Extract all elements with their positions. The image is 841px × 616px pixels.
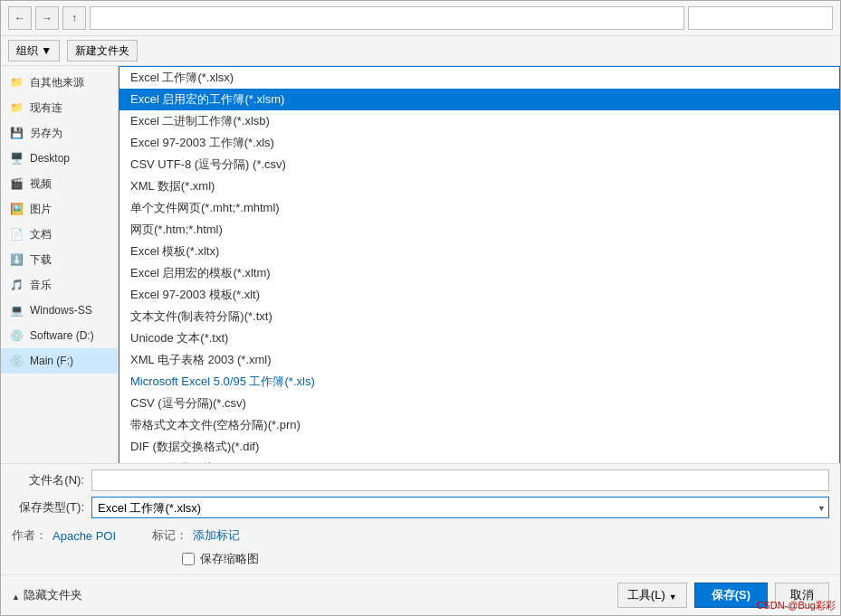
dropdown-item-html[interactable]: 网页(*.htm;*.html) [119, 219, 839, 241]
up-icon [72, 12, 77, 24]
sidebar-item-document[interactable]: 📄 文档 [1, 222, 118, 247]
forward-icon [42, 12, 53, 24]
picture-icon: 🖼️ [8, 201, 24, 217]
current-connection-icon: 📁 [8, 100, 24, 116]
filetype-row: 保存类型(T): Excel 工作簿(*.xlsx) [1, 494, 840, 524]
thumbnail-checkbox[interactable] [182, 553, 195, 565]
desktop-icon: 🖥️ [8, 150, 24, 166]
sidebar-item-save-as[interactable]: 💾 另存为 [1, 120, 118, 146]
file-list-area: Excel 工作簿(*.xlsx)Excel 启用宏的工作簿(*.xlsm)Ex… [119, 66, 840, 463]
dropdown-item-mht[interactable]: 单个文件网页(*.mht;*.mhtml) [119, 197, 839, 219]
path-bar[interactable] [90, 6, 684, 30]
filetype-dropdown[interactable]: Excel 工作簿(*.xlsx)Excel 启用宏的工作簿(*.xlsm)Ex… [119, 66, 840, 463]
author-section: 作者： Apache POI [12, 527, 116, 544]
sidebar-item-picture[interactable]: 🖼️ 图片 [1, 196, 118, 222]
sidebar-video-label: 视频 [30, 176, 52, 192]
sidebar-item-download[interactable]: ⬇️ 下载 [1, 247, 118, 272]
sidebar-music-label: 音乐 [30, 278, 52, 293]
computer-icon: 💻 [8, 302, 24, 318]
tools-button[interactable]: 工具(L) [617, 583, 687, 608]
filename-row: 文件名(N): [1, 464, 840, 494]
tag-section: 标记： 添加标记 [152, 527, 240, 544]
sidebar-main-label: Main (F:) [30, 355, 73, 367]
sidebar-save-as-label: 另存为 [30, 126, 62, 141]
save-as-icon: 💾 [8, 125, 24, 141]
tools-chevron-icon [669, 589, 677, 602]
author-row: 作者： Apache POI 标记： 添加标记 [1, 524, 840, 547]
action-bar: 隐藏文件夹 工具(L) 保存(S) 取消 [1, 574, 840, 615]
dropdown-item-dif[interactable]: DIF (数据交换格式)(*.dif) [119, 436, 839, 458]
dropdown-item-csv[interactable]: CSV (逗号分隔)(*.csv) [119, 393, 839, 414]
tag-value[interactable]: 添加标记 [193, 527, 240, 544]
video-icon: 🎬 [8, 175, 24, 192]
filetype-label: 保存类型(T): [12, 499, 84, 516]
thumbnail-label: 保存缩略图 [200, 551, 259, 567]
sidebar-download-label: 下载 [30, 252, 52, 268]
tag-label: 标记： [152, 527, 187, 544]
back-button[interactable] [8, 6, 32, 30]
back-icon [14, 12, 25, 24]
new-folder-label: 新建文件夹 [75, 43, 129, 59]
sidebar-item-windows-ss[interactable]: 💻 Windows-SS [1, 298, 118, 323]
software-disk-icon: 💿 [8, 327, 24, 344]
sidebar-windows-ss-label: Windows-SS [30, 304, 92, 317]
sidebar-software-label: Software (D:) [30, 329, 94, 342]
dropdown-item-xls97[interactable]: Excel 97-2003 工作簿(*.xls) [119, 132, 839, 154]
main-disk-icon: 💿 [8, 353, 24, 369]
dropdown-item-txt[interactable]: 文本文件(制表符分隔)(*.txt) [119, 306, 839, 327]
dropdown-item-xlsm[interactable]: Excel 启用宏的工作簿(*.xlsm) [119, 89, 839, 110]
music-icon: 🎵 [8, 277, 24, 293]
dropdown-item-csvutf8[interactable]: CSV UTF-8 (逗号分隔) (*.csv) [119, 154, 839, 175]
organize-label: 组织 ▼ [16, 43, 52, 59]
sidebar: 📁 自其他来源 📁 现有连 💾 另存为 🖥️ Desktop 🎬 视频 🖼️ [1, 66, 119, 463]
new-folder-button[interactable]: 新建文件夹 [67, 40, 138, 62]
dropdown-item-xltm[interactable]: Excel 启用宏的模板(*.xltm) [119, 262, 839, 284]
sidebar-item-desktop[interactable]: 🖥️ Desktop [1, 146, 118, 171]
sidebar-item-software[interactable]: 💿 Software (D:) [1, 323, 118, 348]
sidebar-desktop-label: Desktop [30, 152, 70, 165]
sidebar-document-label: 文档 [30, 227, 52, 242]
hide-folders-label: 隐藏文件夹 [24, 587, 82, 603]
filetype-select-wrapper: Excel 工作簿(*.xlsx) [91, 497, 829, 518]
dropdown-item-slk[interactable]: SYLK (符号链接)(*.slk) [119, 458, 839, 463]
filename-input[interactable] [91, 469, 829, 491]
sidebar-item-other-sources[interactable]: 📁 自其他来源 [1, 70, 118, 95]
sidebar-item-current-connection[interactable]: 📁 现有连 [1, 95, 118, 120]
dropdown-item-xml2003[interactable]: XML 电子表格 2003 (*.xml) [119, 349, 839, 371]
document-icon: 📄 [8, 226, 24, 242]
author-label: 作者： [12, 527, 47, 544]
action-left: 隐藏文件夹 [12, 587, 82, 603]
filename-label: 文件名(N): [12, 472, 84, 488]
dropdown-item-xltx[interactable]: Excel 模板(*.xltx) [119, 241, 839, 262]
chevron-up-icon [12, 589, 20, 602]
sidebar-other-sources-label: 自其他来源 [30, 75, 84, 90]
up-button[interactable] [62, 6, 86, 30]
other-sources-icon: 📁 [8, 74, 24, 90]
dropdown-item-unicode[interactable]: Unicode 文本(*.txt) [119, 327, 839, 349]
dropdown-item-xlsb[interactable]: Excel 二进制工作簿(*.xlsb) [119, 110, 839, 132]
save-dialog: 组织 ▼ 新建文件夹 📁 自其他来源 📁 现有连 💾 另存为 🖥️ Deskto [0, 0, 841, 616]
hide-folders-button[interactable]: 隐藏文件夹 [12, 587, 82, 603]
search-input[interactable] [688, 6, 833, 30]
sidebar-item-video[interactable]: 🎬 视频 [1, 171, 118, 196]
dropdown-item-prn[interactable]: 带格式文本文件(空格分隔)(*.prn) [119, 414, 839, 436]
dropdown-item-xml[interactable]: XML 数据(*.xml) [119, 175, 839, 197]
author-value[interactable]: Apache POI [53, 529, 116, 543]
thumbnail-row: 保存缩略图 [1, 547, 840, 574]
organize-button[interactable]: 组织 ▼ [8, 40, 60, 62]
bottom-section: 文件名(N): 保存类型(T): Excel 工作簿(*.xlsx) 作者： A… [1, 463, 840, 615]
sidebar-picture-label: 图片 [30, 202, 52, 217]
sidebar-current-connection-label: 现有连 [30, 100, 62, 116]
sidebar-item-main[interactable]: 💿 Main (F:) [1, 348, 118, 374]
dropdown-item-xls5095[interactable]: Microsoft Excel 5.0/95 工作簿(*.xls) [119, 371, 839, 393]
download-icon: ⬇️ [8, 251, 24, 268]
tools-label: 工具(L) [627, 587, 665, 603]
dropdown-item-xlsx[interactable]: Excel 工作簿(*.xlsx) [119, 67, 839, 89]
dropdown-item-xlt[interactable]: Excel 97-2003 模板(*.xlt) [119, 284, 839, 306]
sidebar-item-music[interactable]: 🎵 音乐 [1, 272, 118, 298]
watermark: CSDN-@Bug彩彩 [756, 599, 836, 612]
toolbar: 组织 ▼ 新建文件夹 [1, 36, 840, 66]
forward-button[interactable] [35, 6, 59, 30]
filetype-select[interactable]: Excel 工作簿(*.xlsx) [91, 497, 829, 518]
navigation-bar [1, 1, 840, 36]
